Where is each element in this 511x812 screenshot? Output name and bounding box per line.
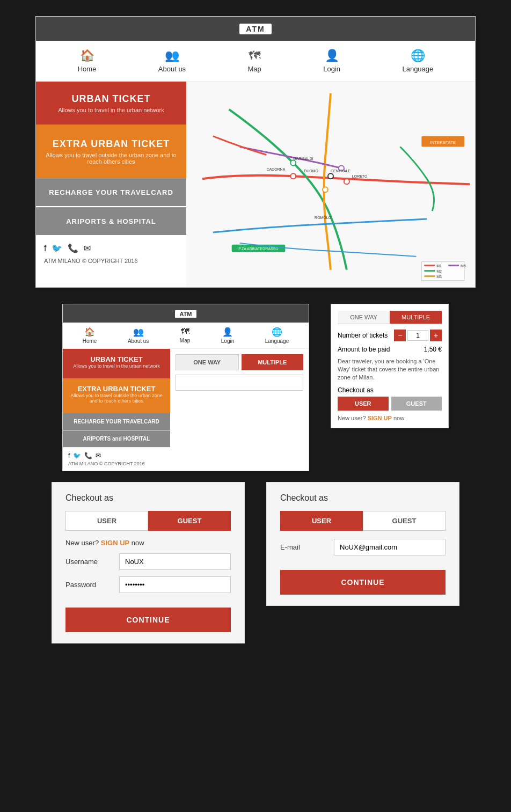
user-user-tab[interactable]: USER [280, 511, 363, 531]
user-guest-tab[interactable]: GUEST [363, 511, 446, 531]
svg-text:GARIBALDI: GARIBALDI [293, 157, 313, 160]
svg-text:P.ZA ABBIATEGRASSO: P.ZA ABBIATEGRASSO [238, 247, 279, 251]
mobile-recharge[interactable]: RECHARGE YOUR TRAVELCARD [63, 413, 170, 430]
desktop-sidebar: URBAN TICKET Allows you to travel in the… [36, 82, 186, 287]
one-way-tab[interactable]: ONE WAY [176, 354, 239, 370]
mobile-airports[interactable]: ARIPORTS and HOSPITAL [63, 430, 170, 447]
multiple-tab[interactable]: MULTIPLE [242, 354, 304, 370]
email-row: E-mail [280, 539, 446, 555]
guest-user-tab[interactable]: USER [65, 511, 148, 531]
guest-checkout-form: Checkout as USER GUEST New user? SIGN UP… [52, 482, 245, 643]
facebook-icon[interactable]: f [44, 244, 46, 253]
guest-new-user-label: New user? [65, 539, 99, 547]
svg-text:ROMOLO: ROMOLO [315, 216, 332, 220]
recharge-item[interactable]: RECHARGE YOUR TRAVELCARD [36, 178, 186, 206]
user-checkout-btn[interactable]: USER [338, 397, 389, 411]
svg-text:M5: M5 [461, 264, 466, 268]
password-label: Password [65, 581, 114, 589]
counter-control: − 1 + [394, 330, 442, 341]
guest-form-title: Checkout as [65, 493, 231, 503]
nav-about-label: About us [158, 65, 186, 73]
username-row: Username [65, 553, 231, 570]
amount-row: Amount to be paid 1,50 € [338, 346, 442, 353]
email-input[interactable] [334, 539, 446, 555]
user-continue-btn[interactable]: CONTINUE [280, 570, 446, 595]
nav-about[interactable]: 👥 About us [158, 49, 186, 73]
metro-map: INTERSTATE CADORNA DUOMO CENTRALE LORETO… [186, 82, 475, 287]
guest-checkout-btn[interactable]: GUEST [391, 397, 442, 411]
increment-btn[interactable]: + [430, 330, 442, 341]
password-input[interactable] [119, 576, 231, 593]
mobile-recharge-label: RECHARGE YOUR TRAVELCARD [74, 419, 159, 425]
mobile-home-label: Home [83, 338, 97, 344]
ticket-input[interactable] [176, 375, 303, 391]
map-icon: 🗺 [249, 49, 260, 63]
extra-urban-ticket-item[interactable]: EXTRA URBAN TICKET Allows you to travel … [36, 125, 186, 178]
svg-text:DUOMO: DUOMO [304, 169, 318, 173]
svg-text:LORETO: LORETO [352, 174, 368, 178]
mobile-ticket-area: ONE WAY MULTIPLE [170, 349, 309, 471]
nav-map[interactable]: 🗺 Map [248, 49, 261, 73]
mobile-about-icon: 👥 [133, 327, 144, 337]
mobile-copyright: ATM MILANO © COPYRIGHT 2016 [68, 461, 165, 466]
mobile-fb-icon[interactable]: f [68, 452, 70, 459]
email-label: E-mail [280, 543, 328, 551]
mobile-map-label: Map [180, 338, 190, 343]
signup-text: New user? SIGN UP now [338, 415, 442, 421]
login-icon: 👤 [325, 49, 339, 63]
svg-point-5 [323, 187, 328, 192]
mobile-login-icon: 👤 [222, 327, 233, 337]
new-user-text: New user? [338, 415, 366, 421]
airports-label: ARIPORTS & HOSPITAL [66, 217, 156, 225]
number-label: Number of tickets [338, 332, 388, 339]
svg-text:M3: M3 [436, 275, 442, 279]
urban-ticket-item[interactable]: URBAN TICKET Allows you to travel in the… [36, 82, 186, 125]
mobile-content: URBAN TICKET Allows you to travel in the… [63, 349, 309, 471]
mobile-frame: ATM 🏠 Home 👥 About us 🗺 Map 👤 Login 🌐 La… [62, 304, 309, 471]
mobile-nav-map[interactable]: 🗺 Map [180, 327, 190, 344]
panel-multiple-tab[interactable]: MULTIPLE [390, 311, 442, 324]
mobile-nav-login[interactable]: 👤 Login [221, 327, 234, 344]
nav-login[interactable]: 👤 Login [323, 49, 340, 73]
nav-language-label: Language [402, 65, 433, 73]
user-checkout-form: Checkout as USER GUEST E-mail CONTINUE [266, 482, 459, 606]
about-icon: 👥 [165, 49, 179, 63]
svg-point-3 [290, 173, 296, 179]
guest-form-tabs: USER GUEST [65, 511, 231, 531]
mobile-map-icon: 🗺 [181, 327, 189, 336]
checkout-buttons: USER GUEST [338, 397, 442, 411]
decrement-btn[interactable]: − [394, 330, 406, 341]
svg-point-7 [344, 179, 349, 184]
mobile-header: ATM [63, 304, 309, 323]
mobile-social: f 🐦 📞 ✉ [68, 452, 165, 459]
mobile-about-label: About us [128, 338, 149, 344]
mobile-em-icon[interactable]: ✉ [96, 452, 101, 459]
copyright-text: ATM MILANO © COPYRIGHT 2016 [44, 258, 178, 264]
mobile-tw-icon[interactable]: 🐦 [73, 452, 81, 459]
mobile-ph-icon[interactable]: 📞 [84, 452, 92, 459]
nav-language[interactable]: 🌐 Language [402, 49, 433, 73]
airports-item[interactable]: ARIPORTS & HOSPITAL [36, 207, 186, 235]
mobile-nav-about[interactable]: 👥 About us [128, 327, 149, 344]
phone-icon[interactable]: 📞 [68, 243, 78, 253]
mobile-urban-ticket[interactable]: URBAN TICKET Allows you to travel in the… [63, 349, 170, 378]
panel-one-way-tab[interactable]: ONE WAY [338, 311, 390, 324]
svg-text:CENTRALE: CENTRALE [331, 169, 351, 173]
mobile-nav-home[interactable]: 🏠 Home [83, 327, 97, 344]
signup-link[interactable]: SIGN UP [368, 415, 392, 421]
guest-now-text: now [132, 539, 144, 547]
guest-signup-link[interactable]: SIGN UP [101, 539, 129, 547]
mobile-lang-icon: 🌐 [272, 327, 282, 337]
mobile-extra-ticket[interactable]: EXTRA URBAN TICKET Allows you to travel … [63, 378, 170, 413]
guest-guest-tab[interactable]: GUEST [148, 511, 231, 531]
email-icon[interactable]: ✉ [84, 243, 91, 253]
checkout-panel: ONE WAY MULTIPLE Number of tickets − 1 +… [331, 304, 449, 428]
mobile-nav-lang[interactable]: 🌐 Language [265, 327, 289, 344]
username-input[interactable] [119, 553, 231, 570]
guest-continue-btn[interactable]: CONTINUE [65, 608, 231, 632]
mobile-airports-label: ARIPORTS and HOSPITAL [83, 436, 150, 442]
twitter-icon[interactable]: 🐦 [52, 243, 62, 253]
extra-urban-subtitle: Allows you to travel outside the urban z… [44, 152, 178, 165]
nav-home[interactable]: 🏠 Home [78, 49, 97, 73]
mobile-urban-sub: Allows you to travel in the urban networ… [68, 363, 165, 369]
